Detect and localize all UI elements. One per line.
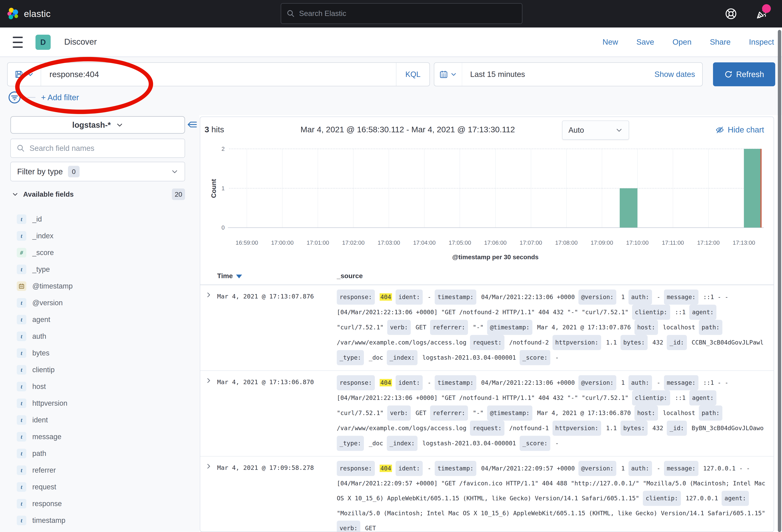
x-axis-tick-label: 17:04:00 — [406, 239, 442, 246]
source-field-badge: host: — [635, 320, 658, 335]
field-search-input[interactable]: Search field names — [10, 139, 185, 158]
nav-action-open[interactable]: Open — [673, 38, 691, 46]
field-item-auth[interactable]: tauth — [0, 328, 200, 345]
y-axis-tick-label: 0 — [211, 224, 225, 231]
y-axis-tick-label: 2 — [211, 146, 225, 152]
fields-sidebar: logstash-* Search field names Filter by … — [0, 115, 200, 532]
field-item-timestamp[interactable]: @timestamp — [0, 278, 200, 295]
source-field-badge: @timestamp: — [487, 406, 532, 421]
field-item-bytes[interactable]: tbytes — [0, 345, 200, 362]
field-item-score[interactable]: #_score — [0, 244, 200, 261]
menu-hamburger-icon[interactable] — [13, 37, 23, 48]
add-filter-link[interactable]: + Add filter — [41, 93, 79, 102]
field-item-path[interactable]: tpath — [0, 445, 200, 462]
filter-circle-icon[interactable] — [8, 90, 22, 104]
discover-actions-nav: NewSaveOpenShareInspect — [603, 28, 774, 56]
field-name: _score — [32, 249, 54, 257]
eye-slash-icon — [715, 125, 724, 134]
field-item-ident[interactable]: tident — [0, 412, 200, 428]
interval-select[interactable]: Auto — [562, 120, 629, 140]
highlighted-value: 404 — [380, 465, 392, 472]
source-column-header: _source — [337, 272, 363, 280]
filter-by-type-count-badge: 0 — [68, 166, 79, 177]
field-name: message — [32, 432, 62, 441]
show-dates-link[interactable]: Show dates — [654, 70, 702, 79]
news-party-popper-icon[interactable] — [755, 7, 768, 20]
x-axis-tick-label: 16:59:00 — [229, 239, 265, 246]
field-item-message[interactable]: tmessage — [0, 428, 200, 445]
vertical-scrollbar[interactable] — [778, 30, 781, 532]
source-field-badge: _score: — [520, 436, 550, 451]
x-axis-label: @timestamp per 30 seconds — [229, 254, 762, 261]
expand-row-chevron-icon[interactable] — [205, 290, 217, 365]
discover-app-badge[interactable]: D — [35, 35, 51, 50]
saved-query-menu-button[interactable] — [8, 63, 41, 86]
field-item-httpversion[interactable]: thttpversion — [0, 395, 200, 412]
source-field-badge: _index: — [387, 350, 418, 365]
time-column-header[interactable]: Time — [217, 272, 242, 280]
field-item-id[interactable]: t_id — [0, 211, 200, 228]
source-field-badge: referrer: — [430, 406, 468, 421]
field-item-timestamp[interactable]: ttimestamp — [0, 512, 200, 529]
field-name: response — [32, 499, 62, 508]
documents-table-header: Time _source — [200, 268, 774, 285]
string-token-icon: t — [17, 516, 26, 525]
field-item-clientip[interactable]: tclientip — [0, 362, 200, 378]
field-item-response[interactable]: tresponse — [0, 495, 200, 512]
field-name: httpversion — [32, 399, 67, 408]
refresh-button[interactable]: Refresh — [713, 62, 775, 86]
string-token-icon: t — [17, 265, 26, 274]
field-item-host[interactable]: thost — [0, 378, 200, 395]
string-token-icon: t — [17, 465, 26, 475]
field-item-referrer[interactable]: treferrer — [0, 462, 200, 479]
histogram-bar-17:09:30[interactable] — [620, 188, 637, 228]
field-name: _index — [32, 232, 54, 240]
field-name: agent — [32, 315, 50, 324]
field-item-index[interactable]: t_index — [0, 228, 200, 244]
available-fields-header[interactable]: Available fields 20 — [12, 189, 185, 200]
source-field-badge: clientip: — [632, 305, 670, 320]
nav-action-share[interactable]: Share — [710, 38, 731, 46]
source-field-badge: httpversion: — [553, 335, 601, 350]
discover-results-panel: 3 hits Mar 4, 2021 @ 16:58:30.112 - Mar … — [200, 117, 774, 532]
field-list: t_idt_index#_scoret_type@timestampt@vers… — [0, 211, 200, 529]
hide-chart-link[interactable]: Hide chart — [715, 125, 764, 134]
source-field-badge: bytes: — [620, 335, 648, 350]
string-token-icon: t — [17, 215, 26, 224]
filter-by-type-select[interactable]: Filter by type 0 — [10, 162, 185, 181]
index-pattern-select[interactable]: logstash-* — [10, 116, 185, 134]
x-axis-tick-label: 17:02:00 — [335, 239, 371, 246]
expand-row-chevron-icon[interactable] — [205, 375, 217, 451]
x-axis-tick-label: 17:10:00 — [619, 239, 655, 246]
elastic-brand[interactable]: elastic — [7, 7, 51, 20]
field-item-type[interactable]: t_type — [0, 261, 200, 278]
nav-action-new[interactable]: New — [603, 38, 618, 46]
histogram-chart[interactable]: Count 16:59:0017:00:0017:01:0017:02:0017… — [200, 145, 774, 268]
field-name: @timestamp — [32, 282, 73, 290]
kql-query-input[interactable]: response:404 — [41, 70, 396, 79]
nav-action-inspect[interactable]: Inspect — [749, 38, 774, 46]
chevron-down-icon — [451, 71, 457, 77]
x-axis-tick-label: 17:00:00 — [264, 239, 300, 246]
source-field-badge: verb: — [387, 320, 411, 335]
filter-by-type-label: Filter by type — [17, 167, 63, 176]
nav-action-save[interactable]: Save — [636, 38, 654, 46]
help-life-buoy-icon[interactable] — [724, 7, 737, 20]
time-range-display[interactable]: Last 15 minutes — [462, 70, 654, 79]
histogram-bar-17:13:00[interactable] — [744, 149, 762, 228]
collapse-sidebar-icon[interactable] — [186, 119, 198, 130]
global-search-input[interactable]: Search Elastic — [281, 3, 522, 24]
field-item-request[interactable]: trequest — [0, 479, 200, 495]
expand-row-chevron-icon[interactable] — [205, 461, 217, 532]
row-timestamp: Mar 4, 2021 @ 17:13:07.876 — [217, 290, 337, 365]
field-name: host — [32, 382, 46, 391]
source-field-badge: _id: — [667, 335, 687, 350]
field-name: path — [32, 449, 46, 458]
field-name: @version — [32, 299, 63, 307]
string-token-icon: t — [17, 348, 26, 358]
query-language-button[interactable]: KQL — [396, 63, 429, 86]
field-item-agent[interactable]: tagent — [0, 311, 200, 328]
field-item-version[interactable]: t@version — [0, 295, 200, 311]
row-source: response: 404 ident: - timestamp: 04/Mar… — [337, 461, 766, 532]
time-picker-quick-menu-button[interactable] — [434, 63, 462, 86]
